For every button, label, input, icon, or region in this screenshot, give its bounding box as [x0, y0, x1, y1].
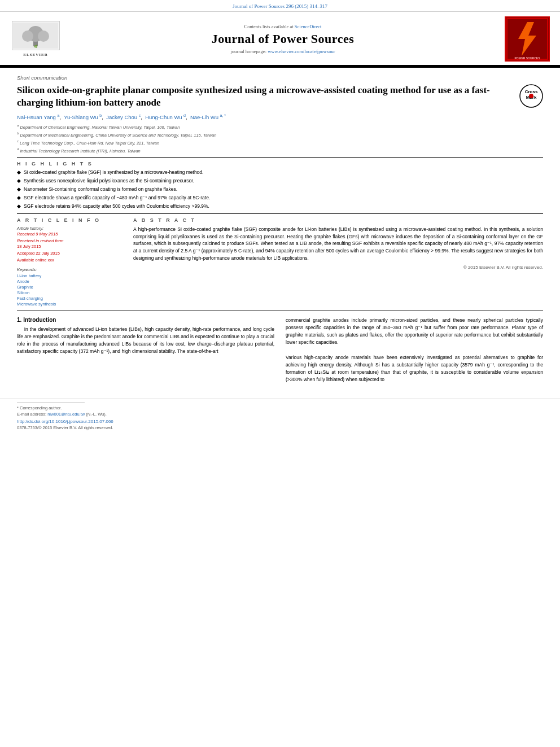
crossmark-icon: Cross Mark: [519, 84, 543, 108]
affiliations: a Department of Chemical Engineering, Na…: [17, 123, 543, 154]
science-direct-link[interactable]: ScienceDirect: [295, 24, 322, 29]
article-info-section: A R T I C L E I N F O Article history: R…: [17, 217, 124, 307]
footer-copyright: 0378-7753/© 2015 Elsevier B.V. All right…: [17, 425, 543, 430]
highlight-item-4: ◆ SGF electrode shows a specific capacit…: [17, 195, 543, 202]
highlight-item-3: ◆ Nanometer Si-containing conformal coat…: [17, 186, 543, 193]
keyword-2: Anode: [17, 279, 124, 284]
journal-ref-bar: Journal of Power Sources 296 (2015) 314–…: [0, 0, 560, 11]
email-link[interactable]: nlw001@ntu.edu.tw: [47, 412, 85, 417]
svg-text:Cross: Cross: [525, 89, 538, 94]
received-date: Received 9 May 2015: [17, 231, 124, 237]
affiliation-b: b Department of Mechanical Engineering, …: [17, 131, 543, 138]
power-sources-logo-icon: POWER SOURCES: [506, 18, 549, 60]
keyword-6: Microwave synthesis: [17, 302, 124, 307]
journal-ref-text: Journal of Power Sources 296 (2015) 314–…: [233, 3, 327, 9]
science-direct-line: Contents lists available at ScienceDirec…: [67, 24, 499, 29]
section-divider-2: [17, 213, 543, 214]
received-revised-date: 18 July 2015: [17, 244, 124, 249]
svg-point-3: [22, 30, 33, 42]
keyword-4: Silicon: [17, 290, 124, 295]
article-info-label: A R T I C L E I N F O: [17, 217, 124, 223]
affiliation-a: a Department of Chemical Engineering, Na…: [17, 123, 543, 130]
elsevier-logo-box: 🌿: [12, 21, 60, 50]
keyword-3: Graphite: [17, 285, 124, 290]
authors-line: Nai-Hsuan Yang a, Yu-Shiang Wu b, Jackey…: [17, 113, 543, 120]
main-content: Short communication Silicon oxide-on-gra…: [0, 68, 560, 390]
keywords-section: Keywords: Li-ion battery Anode Graphite …: [17, 267, 124, 307]
journal-logo-right: POWER SOURCES: [505, 16, 550, 62]
keywords-label: Keywords:: [17, 267, 124, 272]
section-divider-3: [17, 311, 543, 311]
highlight-item-5: ◆ SGF electrode retains 94% capacity aft…: [17, 203, 543, 210]
keyword-1: Li-ion battery: [17, 273, 124, 278]
elsevier-tree-icon: 🌿: [13, 23, 58, 49]
body-two-col: 1. Introduction In the development of ad…: [17, 317, 543, 384]
bullet-icon: ◆: [17, 195, 21, 202]
homepage-line: journal homepage: www.elsevier.com/locat…: [67, 49, 499, 54]
highlights-section: H I G H L I G H T S ◆ Si oxide-coated gr…: [17, 161, 543, 209]
email-note: E-mail address: nlw001@ntu.edu.tw (N.-L.…: [17, 412, 543, 417]
svg-text:🌿: 🌿: [34, 45, 38, 49]
affiliation-c: c Long Time Technology Corp., Chun-Hsin …: [17, 139, 543, 146]
abstract-text: A high-performance Si oxide-coated graph…: [133, 226, 543, 262]
body-section: 1. Introduction In the development of ad…: [17, 317, 543, 384]
abstract-label: A B S T R A C T: [133, 217, 543, 223]
abstract-section: A B S T R A C T A high-performance Si ox…: [133, 217, 543, 307]
highlight-item-2: ◆ Synthesis uses nonexplosive liquid pol…: [17, 178, 543, 185]
header: 🌿 ELSEVIER Contents lists available at S…: [0, 11, 560, 66]
body-col-right-text: commercial graphite anodes include prima…: [286, 317, 543, 384]
highlight-item-1: ◆ Si oxide-coated graphite flake (SGF) i…: [17, 169, 543, 176]
bullet-icon: ◆: [17, 186, 21, 193]
journal-title: Journal of Power Sources: [67, 32, 499, 46]
affiliation-d: d Industrial Technology Research Institu…: [17, 147, 543, 154]
doi-link[interactable]: http://dx.doi.org/10.1016/j.jpowsour.201…: [17, 419, 543, 424]
corresponding-note: * Corresponding author.: [17, 405, 543, 410]
bullet-icon: ◆: [17, 203, 21, 210]
history-label: Article history:: [17, 226, 124, 231]
article-info-abstract-row: A R T I C L E I N F O Article history: R…: [17, 217, 543, 307]
body-col-right: commercial graphite anodes include prima…: [286, 317, 543, 384]
accepted-date: Accepted 22 July 2015: [17, 251, 124, 256]
crossmark-badge: Cross Mark: [519, 84, 543, 109]
available-date: Available online xxx: [17, 257, 124, 263]
body-col-left: 1. Introduction In the development of ad…: [17, 317, 274, 384]
elsevier-logo-container: 🌿 ELSEVIER: [10, 21, 61, 57]
highlights-label: H I G H L I G H T S: [17, 161, 543, 167]
abstract-copyright: © 2015 Elsevier B.V. All rights reserved…: [133, 265, 543, 270]
svg-point-4: [38, 30, 49, 42]
elsevier-label: ELSEVIER: [23, 53, 47, 57]
svg-text:POWER SOURCES: POWER SOURCES: [514, 56, 540, 60]
bullet-icon: ◆: [17, 178, 21, 185]
section-1-heading: 1. Introduction: [17, 317, 274, 323]
article-type: Short communication: [17, 75, 543, 81]
footer-section: * Corresponding author. E-mail address: …: [0, 399, 560, 430]
received-revised-label: Received in revised form: [17, 238, 124, 243]
bullet-icon: ◆: [17, 169, 21, 176]
article-dates: Article history: Received 9 May 2015 Rec…: [17, 226, 124, 263]
body-col-left-text: In the development of advanced Li-ion ba…: [17, 326, 274, 356]
page: Journal of Power Sources 296 (2015) 314–…: [0, 0, 560, 747]
article-title: Silicon oxide-on-graphite planar composi…: [17, 84, 519, 109]
keyword-5: Fast-charging: [17, 296, 124, 301]
section-divider-1: [17, 157, 543, 158]
svg-point-14: [529, 94, 533, 98]
header-center: Contents lists available at ScienceDirec…: [61, 24, 505, 54]
article-title-row: Silicon oxide-on-graphite planar composi…: [17, 84, 543, 109]
homepage-url[interactable]: www.elsevier.com/locate/jpowsour: [268, 49, 335, 54]
